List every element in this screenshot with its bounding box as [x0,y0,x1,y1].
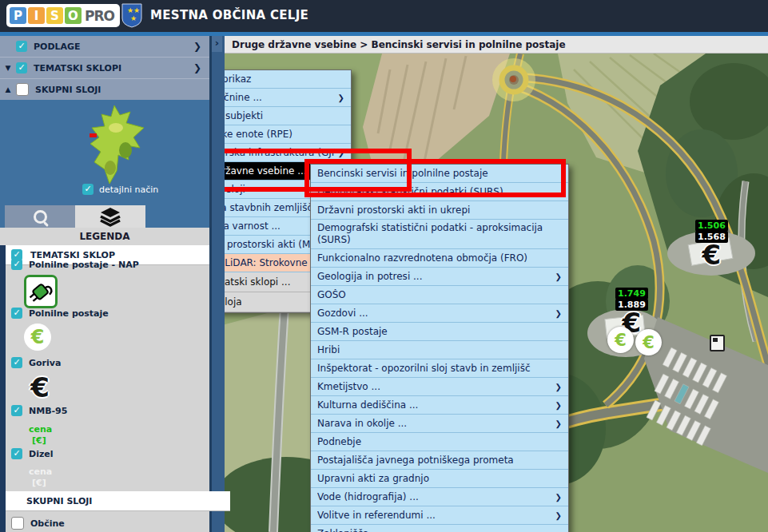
legend-item-obcine[interactable]: Občine [11,517,65,530]
submenu-item-gozdovi[interactable]: Gozdovi ...❯ [311,304,568,323]
detail-mode-checkbox[interactable]: ✓ [82,184,94,195]
legend-item-label: NMB-95 [29,406,67,416]
page-title: MESTNA OBČINA CELJE [150,8,308,22]
chevron-right-icon: ❯ [555,309,562,318]
legend-title: LEGENDA [0,228,209,246]
submenu-item-vode[interactable]: Vode (hidrografija) ...❯ [311,488,568,506]
submenu-item-geologija[interactable]: Geologija in potresi ...❯ [311,268,568,286]
submenu-item-kmetijstvo[interactable]: Kmetijstvo ...❯ [311,378,568,396]
sidebar-section-tematski-sklopi[interactable]: ▼ ✓ TEMATSKI SKLOPI ❯ [0,58,209,79]
sidebar-section-skupni-sloji[interactable]: ▲ SKUPNI SLOJI [0,79,209,101]
gas-pump-icon[interactable] [710,335,725,351]
submenu-item-demografski-surs[interactable]: Demografski statistični podatki (SURS) [311,183,568,201]
legend-item-label: Goriva [29,358,61,368]
submenu-item-volitve[interactable]: Volitve in referendumi ...❯ [311,506,568,525]
detail-mode-label: detajlni način [99,185,158,195]
dizel-checkbox[interactable]: ✓ [11,448,22,459]
sidebar-section-podlage[interactable]: ✓ PODLAGE ❯ [0,36,209,58]
legend-item-label: Polnilne postaje [29,308,109,319]
triangle-up-icon[interactable]: ▲ [0,85,16,93]
submenu-item-drzavni-akti[interactable]: Državni prostorski akti in ukrepi [311,201,568,220]
header-accent-line [0,32,768,36]
legend-item-polnilne-nap[interactable]: ✓ Polnilne postaje - NAP [11,259,139,270]
submenu-item-zaklonisca[interactable]: Zaklonišča [311,525,568,532]
submenu-item-narava-okolje[interactable]: Narava in okolje ...❯ [311,415,568,433]
submenu-item-gsmr[interactable]: GSM-R postaje [311,323,568,341]
obcine-checkbox[interactable] [11,517,24,530]
nmb95-cena-label: cena [29,424,52,435]
section-label: SKUPNI SLOJI [35,85,209,95]
chevron-right-icon: ❯ [555,511,562,520]
section-label: TEMATSKI SKLOPI [34,63,193,73]
triangle-down-icon[interactable]: ▼ [0,64,16,72]
layers-icon [99,206,121,227]
submenu-item-postajalisca[interactable]: Postajališča javnega potniškega prometa [311,451,568,470]
submenu-item-upravni-akti[interactable]: Upravni akti za gradnjo [311,470,568,488]
ev-plug-icon: € [643,333,655,352]
nmb95-unit-label: [€] [32,435,46,446]
context-submenu-druge-drzavne: Bencinski servisi in polnilne postaje De… [310,164,569,532]
piso-logo[interactable]: P I S O PRO [6,4,120,27]
tab-search[interactable] [5,205,75,228]
submenu-item-hribi[interactable]: Hribi [311,341,568,359]
ev-plug-icon: € [31,326,45,348]
overview-location-marker [90,133,97,137]
tematski-checkbox[interactable]: ✓ [16,62,27,73]
sidebar-tabs [0,205,209,228]
chevron-right-icon: ❯ [555,383,562,391]
charging-station-marker[interactable]: € [607,327,634,353]
chevron-right-icon[interactable]: ❯ [193,62,201,73]
fuel-price-marker[interactable]: 1.506 1.568 € [695,220,728,268]
goriva-checkbox[interactable]: ✓ [11,357,22,368]
legend-item-label: Občine [30,518,65,529]
price-label-green: 1.506 [695,220,728,232]
legend-item-label: Dizel [29,449,54,459]
skupni-checkbox[interactable] [16,83,29,96]
chevron-right-icon: ❯ [555,419,562,428]
submenu-item-inspektorat[interactable]: Inšpektorat - opozorilni sloj stavb in z… [311,359,568,378]
search-icon [34,210,47,224]
chevron-right-icon: ❯ [338,93,344,102]
chevron-right-icon[interactable]: ❯ [193,41,201,52]
legend-group-skupni[interactable]: SKUPNI SLOJI [6,491,230,511]
submenu-item-goso[interactable]: GOŠO [311,286,568,304]
celje-coat-of-arms-icon: ★ ★ ★ [121,3,142,28]
legend-item-goriva[interactable]: ✓ Goriva [11,357,61,368]
submenu-item-demografski-aproksimacija[interactable]: Demografski statistični podatki - aproks… [311,220,568,249]
legend-item-nmb95[interactable]: ✓ NMB-95 [11,405,67,416]
overview-map-panel[interactable]: ✓ detajlni način [0,100,209,205]
dizel-unit-label: [€] [32,478,46,488]
app-window: 1.506 1.568 € 1.749 1.889 € € € Druge dr… [0,0,768,532]
fuel-euro-icon: € [26,371,54,403]
euro-symbol-icon: € [702,241,722,268]
polnilne-nap-checkbox[interactable]: ✓ [11,259,22,270]
legend-item-polnilne[interactable]: ✓ Polnilne postaje [11,308,109,319]
logo-pro-label: PRO [85,8,114,24]
nmb95-checkbox[interactable]: ✓ [11,405,22,416]
detail-mode-row[interactable]: ✓ detajlni način [82,184,158,195]
svg-text:★: ★ [133,6,140,14]
nap-plug-icon [24,275,58,308]
polnilne-checkbox[interactable]: ✓ [11,308,22,319]
logo-letter: I [28,7,45,24]
logo-letter: S [46,7,63,24]
legend-panel: ✓ TEMATSKI SKLOP ✓ Polnilne postaje - NA… [0,245,209,532]
euro-symbol-icon: € [30,371,50,403]
podlage-checkbox[interactable]: ✓ [16,41,27,52]
tab-layers[interactable] [75,205,145,228]
chevron-right-icon: ❯ [555,401,562,410]
submenu-item-fro[interactable]: Funkcionalno razvrednotena območja (FRO) [311,249,568,268]
charging-station-marker[interactable]: € [635,329,662,355]
dizel-cena-label: cena [29,466,52,477]
logo-letter: P [10,7,26,24]
submenu-item-bencinski-servisi[interactable]: Bencinski servisi in polnilne postaje [311,165,568,183]
collapse-panel-button[interactable]: › [212,36,222,52]
legend-item-label: Polnilne postaje - NAP [29,260,139,270]
legend-item-dizel[interactable]: ✓ Dizel [11,448,54,459]
submenu-item-podnebje[interactable]: Podnebje [311,433,568,451]
breadcrumb: Druge državne vsebine > Bencinski servis… [222,36,768,54]
chevron-right-icon: ❯ [555,493,562,502]
panel-splitter[interactable]: › [209,36,225,532]
submenu-item-kulturna-dediscina[interactable]: Kulturna dediščina ...❯ [311,396,568,415]
charging-station-icon: € [24,324,51,351]
